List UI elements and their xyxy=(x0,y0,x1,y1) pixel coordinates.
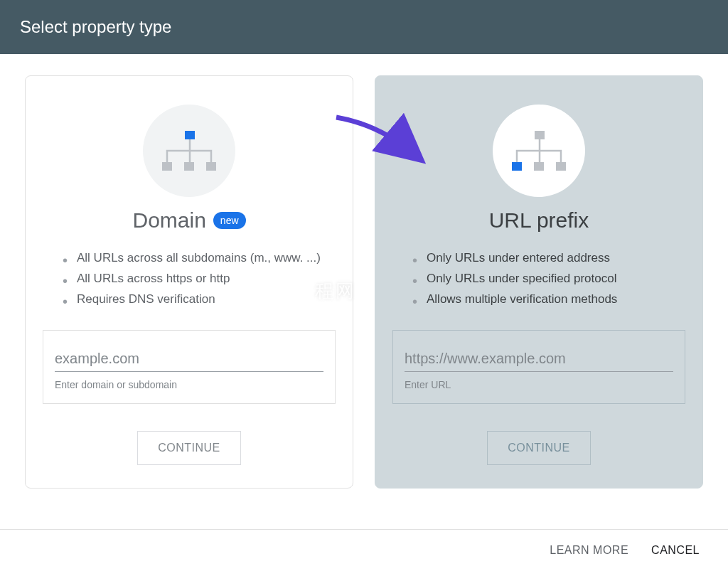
svg-rect-4 xyxy=(535,131,545,139)
new-badge: new xyxy=(213,212,246,229)
learn-more-link[interactable]: LEARN MORE xyxy=(550,544,628,557)
domain-continue-button[interactable]: CONTINUE xyxy=(137,431,241,465)
domain-bullets: All URLs across all subdomains (m., www.… xyxy=(43,248,336,310)
url-prefix-input-box: Enter URL xyxy=(392,330,685,404)
url-prefix-continue-button[interactable]: CONTINUE xyxy=(487,431,591,465)
list-item: Allows multiple verification methods xyxy=(410,289,685,310)
svg-rect-2 xyxy=(184,162,194,171)
list-item: Requires DNS verification xyxy=(60,289,336,310)
cancel-button[interactable]: CANCEL xyxy=(651,544,700,557)
url-prefix-icon-circle xyxy=(493,105,585,197)
list-item: Only URLs under entered address xyxy=(410,248,685,269)
list-item: All URLs across https or http xyxy=(60,269,336,289)
url-prefix-input[interactable] xyxy=(405,348,673,372)
domain-icon-circle xyxy=(143,105,235,197)
domain-title: Domain xyxy=(132,208,205,233)
url-prefix-title-row: URL prefix xyxy=(489,208,589,233)
dialog-header: Select property type xyxy=(0,0,728,54)
property-card-domain[interactable]: Domain new All URLs across all subdomain… xyxy=(25,75,353,489)
svg-rect-3 xyxy=(206,162,216,171)
dialog-footer: LEARN MORE CANCEL xyxy=(0,529,728,571)
url-prefix-bullets: Only URLs under entered address Only URL… xyxy=(392,248,685,310)
svg-rect-7 xyxy=(556,162,566,171)
svg-rect-0 xyxy=(185,131,195,139)
url-prefix-title: URL prefix xyxy=(489,208,589,233)
list-item: All URLs across all subdomains (m., www.… xyxy=(60,248,336,269)
svg-rect-6 xyxy=(534,162,544,171)
url-prefix-input-hint: Enter URL xyxy=(405,379,673,390)
property-card-url-prefix[interactable]: URL prefix Only URLs under entered addre… xyxy=(375,75,703,489)
svg-rect-5 xyxy=(512,162,522,171)
svg-rect-1 xyxy=(162,162,172,171)
domain-input[interactable] xyxy=(55,348,323,372)
domain-input-box: Enter domain or subdomain xyxy=(43,330,336,404)
url-prefix-hierarchy-icon xyxy=(512,131,566,171)
domain-input-hint: Enter domain or subdomain xyxy=(55,379,323,390)
list-item: Only URLs under specified protocol xyxy=(410,269,685,289)
dialog-content: Domain new All URLs across all subdomain… xyxy=(0,54,728,503)
domain-title-row: Domain new xyxy=(132,208,245,233)
dialog-title: Select property type xyxy=(20,17,171,36)
domain-hierarchy-icon xyxy=(162,131,216,171)
